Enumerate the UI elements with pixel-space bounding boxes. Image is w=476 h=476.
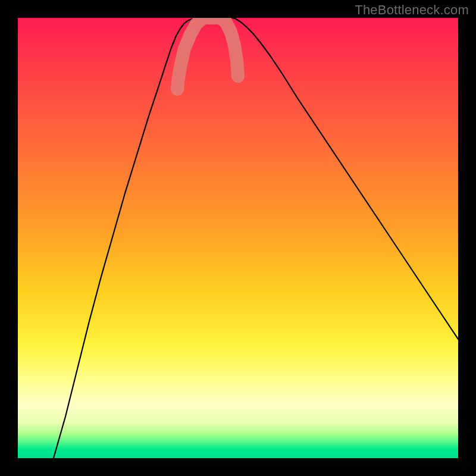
chart-overlay xyxy=(18,18,458,458)
right-curve xyxy=(232,18,458,339)
valley-marker xyxy=(177,18,238,89)
plot-area xyxy=(18,18,458,458)
chart-frame: TheBottleneck.com xyxy=(0,0,476,476)
attribution-text: TheBottleneck.com xyxy=(355,2,469,18)
